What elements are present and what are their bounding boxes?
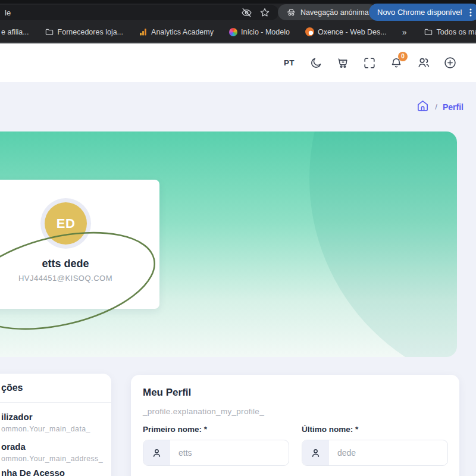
users-button[interactable] xyxy=(416,56,430,70)
person-icon xyxy=(302,440,329,465)
language-selector[interactable]: PT xyxy=(284,58,295,67)
incognito-icon xyxy=(286,7,296,17)
screen: le Navegação anónima Novo Chrome disponí… xyxy=(0,0,476,476)
plus-circle-icon xyxy=(443,56,457,70)
breadcrumb: / Perfil xyxy=(416,99,464,115)
avatar: ED xyxy=(40,198,91,249)
incognito-label: Navegação anónima xyxy=(300,8,369,17)
settings-menu-card: ções ilizador ommon.Your_main_data_ orad… xyxy=(0,374,111,476)
menu-item-user[interactable]: ilizador xyxy=(1,412,33,422)
browser-toolbar: le Navegação anónima Novo Chrome disponí… xyxy=(0,4,476,21)
menu-item-address[interactable]: orada xyxy=(1,441,26,452)
orange-badge-icon xyxy=(305,27,314,36)
incognito-badge: Navegação anónima xyxy=(278,4,377,20)
profile-summary-card: ED etts dede HVJ44451@KISOQ.COM xyxy=(0,180,159,309)
cart-button[interactable] xyxy=(336,56,350,70)
eye-off-icon[interactable] xyxy=(241,7,252,18)
browser-chrome: le Navegação anónima Novo Chrome disponí… xyxy=(0,0,476,43)
home-icon[interactable] xyxy=(416,99,430,115)
my-profile-title: Meu Perfil xyxy=(143,387,191,399)
color-wheel-icon xyxy=(229,28,237,36)
fullscreen-icon xyxy=(363,57,376,70)
all-bookmarks-button[interactable]: Todos os marcadores xyxy=(424,27,476,37)
url-bar[interactable]: le xyxy=(0,5,278,20)
folder-icon xyxy=(45,27,54,37)
breadcrumb-current[interactable]: Perfil xyxy=(443,102,464,112)
moon-icon xyxy=(310,57,322,69)
my-profile-subtitle: _profile.explanation_my_profile_ xyxy=(143,407,264,416)
dark-mode-toggle[interactable] xyxy=(309,56,323,70)
menu-item-user-subtitle: ommon.Your_main_data_ xyxy=(1,425,90,433)
shopping-cart-icon xyxy=(336,56,350,70)
user-name: etts dede xyxy=(0,258,131,270)
bookmark-star-icon[interactable] xyxy=(259,7,270,18)
my-profile-card: Meu Perfil _profile.explanation_my_profi… xyxy=(131,375,459,476)
bookmark-item[interactable]: e afilia... xyxy=(1,28,29,36)
menu-item-password[interactable]: nha De Acesso xyxy=(1,468,65,476)
first-name-field: Primeiro nome: * xyxy=(143,425,289,466)
bookmarks-overflow-chevron[interactable]: » xyxy=(402,27,407,37)
app-header: PT 0 xyxy=(0,43,476,82)
menu-item-address-subtitle: ommon.Your_main_address_ xyxy=(1,455,103,463)
folder-icon xyxy=(424,27,433,37)
notifications-button[interactable]: 0 xyxy=(389,56,403,70)
last-name-field: Último nome: * xyxy=(302,425,448,466)
person-icon xyxy=(143,440,170,465)
bar-chart-icon xyxy=(139,27,148,36)
first-name-label: Primeiro nome: * xyxy=(143,425,289,434)
add-button[interactable] xyxy=(443,56,457,70)
avatar-initials: ED xyxy=(45,202,87,245)
users-icon xyxy=(416,56,430,70)
menu-dots-icon[interactable] xyxy=(466,8,475,17)
last-name-label: Último nome: * xyxy=(302,425,448,434)
bookmark-item[interactable]: Oxence - Web Des... xyxy=(305,27,387,36)
banner-decor-circle xyxy=(309,131,457,357)
last-name-input[interactable] xyxy=(329,440,448,465)
fullscreen-button[interactable] xyxy=(362,56,377,70)
bookmark-item[interactable]: Início - Modelo xyxy=(229,28,290,36)
first-name-input[interactable] xyxy=(170,440,289,465)
url-text: le xyxy=(5,8,11,17)
breadcrumb-separator: / xyxy=(435,102,437,111)
chrome-update-button[interactable]: Novo Chrome disponível xyxy=(369,4,476,21)
notification-count-badge: 0 xyxy=(398,52,408,61)
chrome-update-label: Novo Chrome disponível xyxy=(377,8,462,17)
bookmark-item[interactable]: Analytics Academy xyxy=(139,27,214,36)
bookmarks-bar: e afilia... Fornecedores loja... Analyti… xyxy=(0,21,476,43)
bookmark-item[interactable]: Fornecedores loja... xyxy=(45,27,123,37)
settings-card-title: ções xyxy=(1,383,23,393)
divider xyxy=(0,402,111,403)
user-email: HVJ44451@KISOQ.COM xyxy=(0,274,131,283)
